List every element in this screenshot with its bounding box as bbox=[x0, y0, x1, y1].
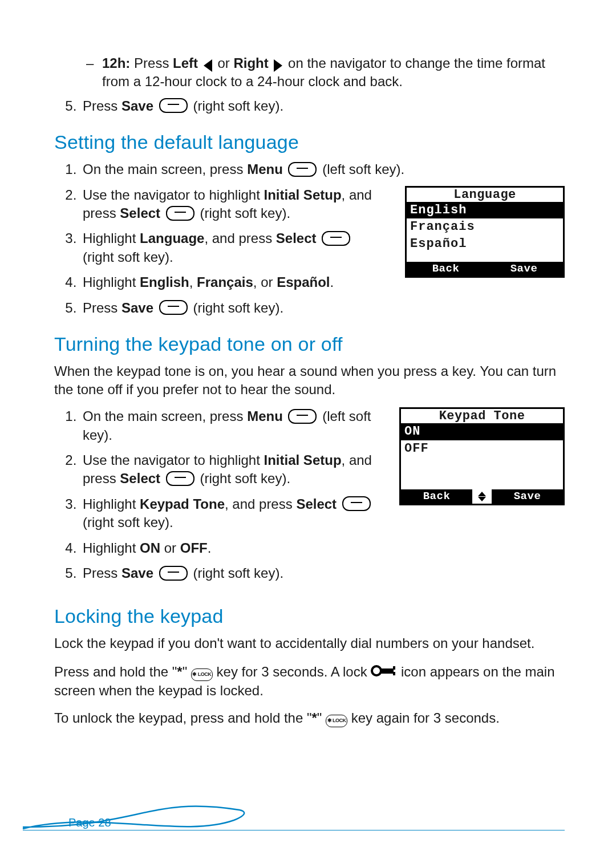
softkey-icon bbox=[159, 98, 188, 113]
lcd-language: Language English Français Español Back S… bbox=[405, 186, 565, 278]
lcd-item-selected: English bbox=[407, 202, 563, 219]
lock-icon bbox=[371, 663, 397, 678]
lcd-item: Français bbox=[407, 218, 563, 236]
manual-page: 12h: Press Left or Right on the navigato… bbox=[0, 0, 616, 859]
lang-step1: On the main screen, press Menu (left sof… bbox=[80, 160, 565, 179]
softkey-icon bbox=[159, 566, 188, 581]
time-steps-continued: Press Save (right soft key). bbox=[54, 97, 565, 115]
tone-intro: When the keypad tone is on, you hear a s… bbox=[54, 362, 565, 398]
softkey-icon bbox=[322, 231, 350, 246]
softkey-icon bbox=[288, 409, 317, 424]
softkey-icon bbox=[342, 496, 371, 511]
lang-step3: Highlight Language, and press Select (ri… bbox=[80, 229, 380, 266]
tone-steps: On the main screen, press Menu (left sof… bbox=[54, 407, 374, 582]
language-steps-2to4: Use the navigator to highlight Initial S… bbox=[54, 186, 380, 292]
lock-p1: Lock the keypad if you don't want to acc… bbox=[54, 634, 565, 653]
page-number: Page 28 bbox=[68, 816, 111, 829]
tone-step5: Press Save (right soft key). bbox=[80, 564, 374, 582]
star-key-icon bbox=[191, 668, 213, 681]
softkey-icon bbox=[166, 206, 194, 221]
tone-step4: Highlight ON or OFF. bbox=[80, 539, 374, 557]
lcd-soft-right: Save bbox=[485, 262, 563, 276]
tone-step2: Use the navigator to highlight Initial S… bbox=[80, 451, 374, 488]
lock-p3: To unlock the keypad, press and hold the… bbox=[54, 709, 565, 728]
lcd-softkey-bar: Back Save bbox=[401, 489, 563, 504]
svg-rect-3 bbox=[393, 672, 395, 675]
time-format-sublist: 12h: Press Left or Right on the navigato… bbox=[54, 54, 565, 91]
star-key-icon bbox=[326, 715, 347, 727]
lcd-title: Language bbox=[407, 188, 563, 202]
language-steps-1: On the main screen, press Menu (left sof… bbox=[54, 160, 565, 179]
language-steps-5: Press Save (right soft key). bbox=[54, 299, 565, 317]
softkey-icon bbox=[159, 300, 188, 315]
nav-right-icon bbox=[274, 59, 282, 72]
lang-step5: Press Save (right soft key). bbox=[80, 299, 565, 317]
nav-left-icon bbox=[204, 59, 212, 72]
svg-point-0 bbox=[372, 666, 381, 675]
softkey-icon bbox=[166, 471, 194, 486]
lang-step2: Use the navigator to highlight Initial S… bbox=[80, 186, 380, 223]
lcd-item-selected: ON bbox=[401, 423, 563, 440]
softkey-icon bbox=[288, 162, 317, 177]
lcd-title: Keypad Tone bbox=[401, 409, 563, 423]
svg-rect-1 bbox=[380, 668, 394, 674]
heading-keypad-tone: Turning the keypad tone on or off bbox=[54, 333, 565, 355]
label-12h: 12h: bbox=[102, 55, 130, 71]
lcd-item: Español bbox=[407, 236, 563, 253]
lcd-item: OFF bbox=[401, 440, 563, 457]
lang-step4: Highlight English, Français, or Español. bbox=[80, 273, 380, 291]
lcd-soft-right: Save bbox=[492, 489, 563, 504]
tone-step1: On the main screen, press Menu (left sof… bbox=[80, 407, 374, 444]
lcd-soft-left: Back bbox=[407, 262, 485, 276]
sub-bullet-12h: 12h: Press Left or Right on the navigato… bbox=[86, 54, 565, 91]
lock-p2: Press and hold the "*" key for 3 seconds… bbox=[54, 662, 565, 700]
step-save: Press Save (right soft key). bbox=[80, 97, 565, 115]
svg-rect-2 bbox=[393, 666, 395, 670]
lcd-softkey-bar: Back Save bbox=[407, 262, 563, 276]
heading-default-language: Setting the default language bbox=[54, 131, 565, 153]
lcd-nav-arrows-icon bbox=[472, 489, 492, 504]
tone-step3: Highlight Keypad Tone, and press Select … bbox=[80, 495, 374, 532]
heading-locking-keypad: Locking the keypad bbox=[54, 605, 565, 627]
lcd-keypad-tone: Keypad Tone ON OFF Back Save bbox=[399, 407, 565, 505]
lcd-soft-left: Back bbox=[401, 489, 472, 504]
